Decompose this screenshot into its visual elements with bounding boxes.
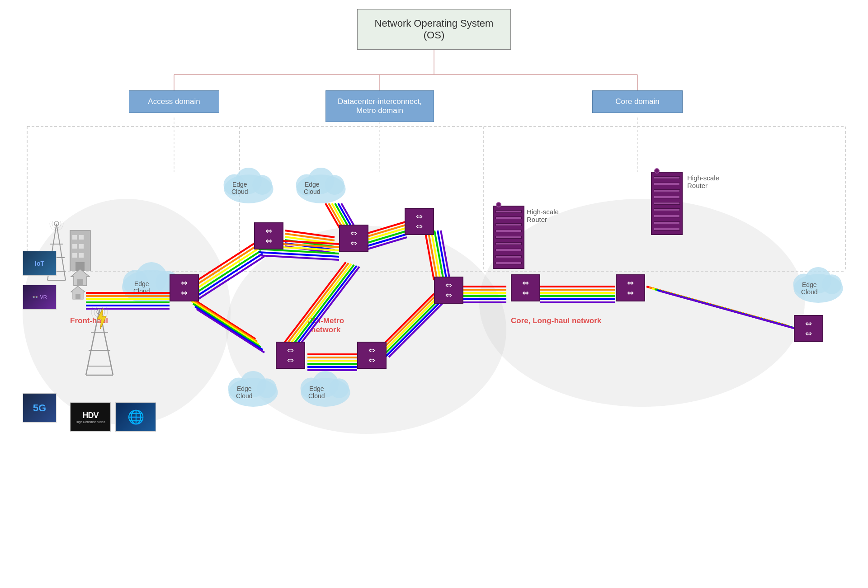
router-center-right: ⇔⇔ — [434, 277, 463, 304]
router-dci-ll: ⇔⇔ — [276, 342, 305, 369]
svg-line-88 — [386, 297, 445, 356]
svg-line-87 — [383, 296, 442, 355]
router-dci-lr: ⇔⇔ — [357, 342, 387, 369]
hdv-image: HDV High Definition Video — [70, 402, 111, 432]
rainbow-cable-center-to-ur — [362, 221, 407, 251]
svg-rect-150 — [79, 253, 84, 258]
fiveg-image: 5G — [23, 393, 57, 423]
high-scale-router-1 — [493, 206, 524, 269]
svg-line-89 — [389, 298, 448, 357]
svg-line-51 — [193, 251, 261, 295]
rainbow-cable-far-to-end — [646, 287, 800, 330]
rainbow-cable-bl-to-br — [307, 354, 357, 370]
router-arrows-8: ⇔⇔ — [522, 278, 529, 298]
router-far-right: ⇔⇔ — [616, 274, 645, 301]
rainbow-cable-1-to-ul — [188, 243, 264, 300]
building-icon — [68, 226, 93, 271]
svg-line-85 — [378, 295, 437, 353]
svg-rect-147 — [72, 244, 77, 249]
rainbow-cable-center-to-bl — [280, 262, 359, 353]
rainbow-cable-fronthaul-1 — [86, 293, 170, 309]
router-arrows-10: ⇔⇔ — [805, 319, 812, 339]
svg-line-76 — [291, 266, 357, 352]
router-arrows-9: ⇔⇔ — [627, 278, 634, 298]
svg-line-77 — [294, 267, 359, 353]
lightning-icon — [95, 307, 108, 330]
svg-line-72 — [280, 262, 346, 348]
rainbow-cable-cr-to-right — [461, 287, 506, 302]
vr-image: 👓 VR — [23, 285, 57, 310]
router-dci-ur: ⇔⇔ — [405, 208, 434, 235]
network-image: 🌐 — [115, 402, 156, 432]
svg-rect-156 — [75, 294, 80, 299]
svg-line-75 — [288, 265, 354, 351]
router-arrows-3: ⇔⇔ — [350, 228, 358, 248]
svg-line-86 — [381, 296, 439, 354]
diagram-container: Network Operating System (OS) Access dom… — [0, 0, 868, 588]
svg-line-73 — [283, 263, 349, 349]
router-right-mid: ⇔⇔ — [511, 274, 540, 301]
router-edge-cloud-1: ⇔⇔ — [170, 274, 199, 301]
rainbow-cable-ur-to-cr — [425, 230, 450, 280]
small-house-icon — [70, 285, 86, 301]
router-dci-ul: ⇔⇔ — [254, 222, 283, 249]
router-arrows-2: ⇔⇔ — [265, 226, 273, 246]
svg-line-55 — [189, 298, 257, 342]
rainbow-cable-1-to-ll — [188, 296, 264, 353]
router-arrows-6: ⇔⇔ — [368, 345, 376, 365]
svg-line-58 — [195, 306, 263, 350]
svg-line-50 — [191, 248, 259, 292]
router-arrows-7: ⇔⇔ — [445, 280, 453, 300]
high-scale-router-1-label: High-scaleRouter — [527, 208, 559, 223]
svg-line-127 — [57, 224, 66, 280]
svg-line-56 — [191, 301, 259, 344]
router-arrows-5: ⇔⇔ — [287, 345, 294, 365]
house-icon — [70, 267, 90, 287]
router-dci-center: ⇔⇔ — [339, 225, 368, 252]
svg-marker-154 — [97, 308, 106, 329]
high-scale-router-2 — [651, 172, 683, 235]
svg-line-59 — [197, 309, 264, 353]
router-rightmost: ⇔⇔ — [794, 315, 823, 342]
router-arrows-1: ⇔⇔ — [181, 278, 188, 298]
svg-rect-148 — [79, 244, 84, 249]
iot-image: IoT — [23, 251, 57, 276]
svg-line-54 — [188, 296, 255, 339]
svg-line-113 — [660, 291, 800, 330]
svg-line-57 — [193, 304, 261, 347]
rainbow-cable-right-to-far — [540, 287, 615, 302]
router-arrows-4: ⇔⇔ — [416, 212, 423, 231]
svg-rect-146 — [79, 235, 84, 240]
svg-rect-149 — [72, 253, 77, 258]
high-scale-router-2-label: High-scaleRouter — [687, 174, 719, 189]
svg-line-74 — [286, 264, 351, 350]
svg-rect-145 — [72, 235, 77, 240]
